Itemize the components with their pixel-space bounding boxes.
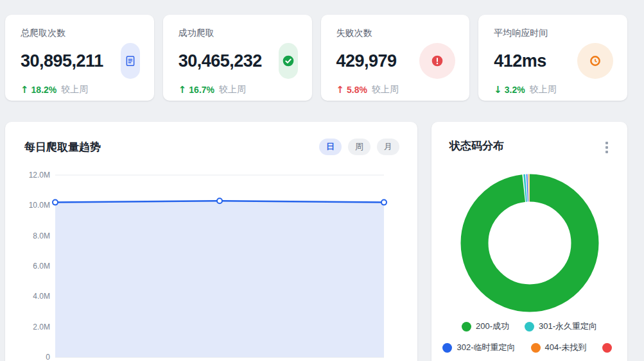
stat-card-avg-response-time: 平均响应时间 412ms ↓ 3.2% 较上周 <box>478 15 627 101</box>
check-circle-icon <box>279 43 298 79</box>
donut-chart[interactable] <box>460 174 599 312</box>
stat-card-failures: 失败次数 429,979 ↑ 5.8% 较上周 <box>321 15 470 101</box>
legend-item-5th[interactable] <box>602 341 616 354</box>
tab-month[interactable]: 月 <box>377 139 399 155</box>
legend-label: 302-临时重定向 <box>457 342 515 353</box>
legend-item-302[interactable]: 302-临时重定向 <box>442 341 515 354</box>
svg-text:4.0M: 4.0M <box>33 292 50 301</box>
legend-label: 301-永久重定向 <box>539 321 597 332</box>
legend-item-200[interactable]: 200-成功 <box>462 320 509 333</box>
trend-card-title: 每日爬取量趋势 <box>24 140 101 155</box>
down-arrow-icon: ↓ <box>494 84 502 96</box>
up-arrow-icon: ↑ <box>336 84 345 96</box>
stat-value: 30,895,211 <box>21 51 103 71</box>
compare-label: 较上周 <box>372 84 399 96</box>
tab-day[interactable]: 日 <box>319 139 342 155</box>
legend-dot <box>442 343 452 353</box>
stat-change: ↑ 18.2% 较上周 <box>21 84 140 96</box>
svg-text:0: 0 <box>46 353 50 361</box>
stat-change: ↓ 3.2% 较上周 <box>494 84 613 96</box>
kebab-menu-icon[interactable] <box>603 139 611 156</box>
svg-text:8.0M: 8.0M <box>33 231 50 240</box>
legend-label: 404-未找到 <box>545 342 587 353</box>
alert-circle-icon <box>419 43 455 79</box>
change-percent: 16.7% <box>189 85 214 95</box>
document-icon <box>121 43 140 79</box>
stat-value: 412ms <box>494 51 546 71</box>
legend-dot <box>525 322 534 332</box>
legend-dot <box>602 343 612 353</box>
stat-label: 失败次数 <box>336 28 456 39</box>
svg-text:10.0M: 10.0M <box>29 201 50 210</box>
stats-row: 总爬取次数 30,895,211 ↑ 18.2% 较上周 成功爬取 30,465 <box>5 15 627 101</box>
stat-value: 429,979 <box>336 51 397 71</box>
legend-dot <box>462 322 471 332</box>
change-percent: 5.8% <box>347 85 367 95</box>
legend-item-404[interactable]: 404-未找到 <box>531 341 587 354</box>
change-percent: 3.2% <box>505 85 525 95</box>
stat-card-success-crawls: 成功爬取 30,465,232 ↑ 16.7% 较上周 <box>163 15 312 101</box>
legend-item-301[interactable]: 301-永久重定向 <box>525 320 597 333</box>
stat-label: 成功爬取 <box>178 28 298 39</box>
status-code-distribution-card: 状态码分布 200-成功 301-永久重定向 302-临时重定向 404-未找到 <box>431 122 627 361</box>
daily-crawl-trend-card: 12.0M10.0M8.0M6.0M4.0M2.0M0 每日爬取量趋势 日 周 … <box>5 122 417 361</box>
status-card-title: 状态码分布 <box>449 139 504 153</box>
stat-change: ↑ 5.8% 较上周 <box>336 84 456 96</box>
compare-label: 较上周 <box>61 84 88 96</box>
charts-row: 12.0M10.0M8.0M6.0M4.0M2.0M0 每日爬取量趋势 日 周 … <box>5 122 627 361</box>
up-arrow-icon: ↑ <box>21 84 29 96</box>
period-tabs: 日 周 月 <box>319 139 399 155</box>
compare-label: 较上周 <box>219 84 246 96</box>
change-percent: 18.2% <box>31 85 57 95</box>
legend-dot <box>531 343 541 353</box>
tab-week[interactable]: 周 <box>348 139 370 155</box>
svg-text:12.0M: 12.0M <box>29 171 50 180</box>
stat-change: ↑ 16.7% 较上周 <box>178 84 298 96</box>
svg-text:2.0M: 2.0M <box>33 323 50 332</box>
compare-label: 较上周 <box>530 84 557 96</box>
stat-card-total-crawls: 总爬取次数 30,895,211 ↑ 18.2% 较上周 <box>5 15 154 101</box>
svg-text:6.0M: 6.0M <box>33 262 50 271</box>
chart-legend: 200-成功 301-永久重定向 302-临时重定向 404-未找到 <box>431 320 627 354</box>
legend-label: 200-成功 <box>476 321 509 332</box>
stat-value: 30,465,232 <box>178 51 262 71</box>
stat-label: 平均响应时间 <box>494 28 613 39</box>
stat-label: 总爬取次数 <box>21 28 140 39</box>
up-arrow-icon: ↑ <box>178 84 187 96</box>
clock-icon <box>577 43 613 79</box>
area-line-chart[interactable]: 12.0M10.0M8.0M6.0M4.0M2.0M0 <box>5 122 417 361</box>
